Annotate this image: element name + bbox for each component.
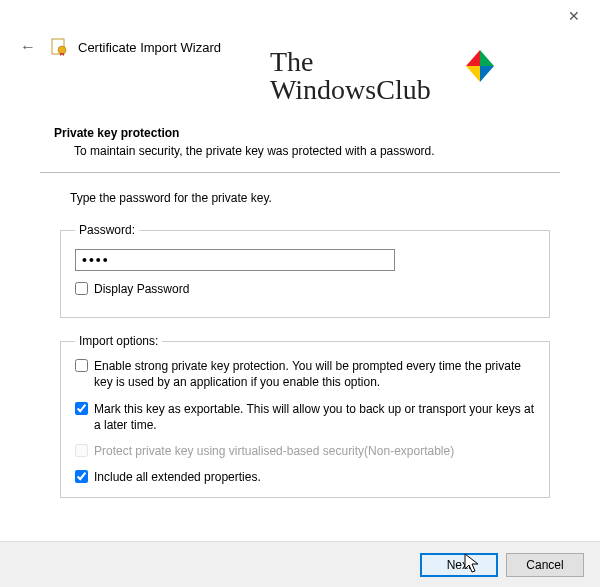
import-options-fieldset: Import options: Enable strong private ke…: [60, 334, 550, 498]
vbs-protect-checkbox: [75, 444, 88, 457]
certificate-icon: [50, 38, 68, 56]
cancel-button[interactable]: Cancel: [506, 553, 584, 577]
extended-props-checkbox[interactable]: [75, 470, 88, 483]
password-input[interactable]: [75, 249, 395, 271]
title-bar: ✕: [0, 0, 600, 32]
page-subheading: To maintain security, the private key wa…: [40, 144, 560, 158]
strong-protection-label[interactable]: Enable strong private key protection. Yo…: [94, 358, 535, 390]
page-heading: Private key protection: [40, 126, 560, 140]
import-options-legend: Import options:: [75, 334, 162, 348]
divider: [40, 172, 560, 173]
vbs-protect-label: Protect private key using virtualised-ba…: [94, 443, 454, 459]
wizard-header: ← Certificate Import Wizard: [0, 32, 600, 66]
exportable-label[interactable]: Mark this key as exportable. This will a…: [94, 401, 535, 433]
svg-point-1: [58, 46, 66, 54]
strong-protection-checkbox[interactable]: [75, 359, 88, 372]
footer-bar: Next Cancel: [0, 541, 600, 587]
password-fieldset: Password: Display Password: [60, 223, 550, 318]
instruction-text: Type the password for the private key.: [40, 191, 560, 205]
password-legend: Password:: [75, 223, 139, 237]
display-password-label[interactable]: Display Password: [94, 281, 189, 297]
back-arrow-icon[interactable]: ←: [16, 36, 40, 58]
exportable-checkbox[interactable]: [75, 402, 88, 415]
extended-props-label[interactable]: Include all extended properties.: [94, 469, 261, 485]
next-button[interactable]: Next: [420, 553, 498, 577]
display-password-checkbox[interactable]: [75, 282, 88, 295]
wizard-title: Certificate Import Wizard: [78, 40, 221, 55]
close-icon[interactable]: ✕: [556, 2, 592, 30]
